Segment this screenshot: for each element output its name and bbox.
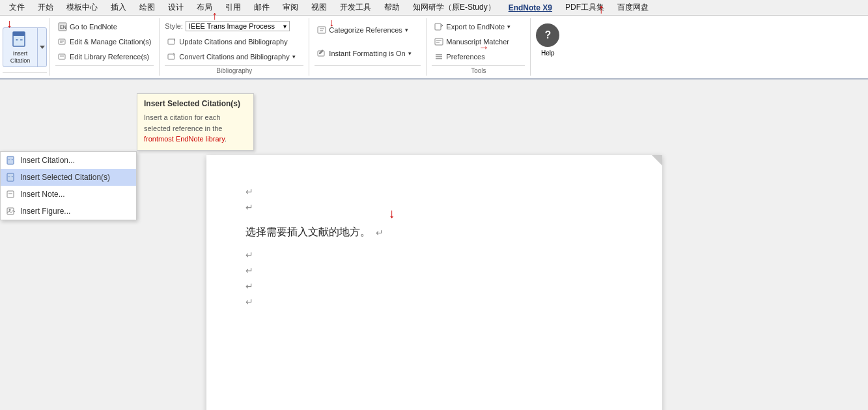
menu-design[interactable]: 设计	[164, 1, 188, 14]
arrow-document: ↓	[389, 206, 395, 221]
ribbon-group-insert: ↓ " " InsertCitation	[0, 18, 50, 76]
document-page: ↵ ↵ ↓ 选择需要插入文献的地方。 ↵ ↵ ↵	[206, 155, 662, 410]
ribbon-group-endnote-actions: EN Go to EndNote Edit & Manage Citation(…	[50, 18, 160, 76]
menu-references[interactable]: 引用	[221, 1, 245, 14]
dropdown-insert-figure-label: Insert Figure...	[20, 207, 70, 216]
categorize-group-label	[315, 65, 421, 67]
menu-draw[interactable]: 绘图	[135, 1, 159, 14]
export-icon	[434, 22, 443, 31]
dropdown-insert-figure[interactable]: Insert Figure...	[1, 203, 136, 220]
dropdown-insert-citation[interactable]: " " Insert Citation...	[1, 152, 136, 169]
categorize-icon	[317, 25, 326, 35]
paragraph-mark-1: ↵	[245, 186, 253, 197]
svg-rect-8	[59, 54, 65, 59]
convert-icon	[167, 52, 176, 61]
update-icon	[167, 37, 176, 46]
insert-citation-dropdown: ↑ " " Insert Citation... " " Insert Sele…	[0, 151, 137, 220]
ribbon-group-categorize: ↓ Categorize References ▾	[309, 18, 427, 76]
menu-view[interactable]: 视图	[307, 1, 331, 14]
export-endnote-label: Export to EndNote	[446, 23, 505, 31]
menu-home[interactable]: 开始	[34, 1, 57, 14]
help-button[interactable]: ? Help	[536, 23, 559, 57]
paragraph-mark-5: ↵	[245, 281, 253, 291]
svg-rect-27	[7, 191, 14, 198]
go-to-endnote-button[interactable]: EN Go to EndNote	[55, 21, 154, 33]
paragraph-mark-6: ↵	[245, 297, 253, 307]
preferences-label: Preferences	[446, 53, 484, 61]
insert-group-label	[3, 72, 47, 74]
edit-manage-icon	[58, 37, 67, 46]
dropdown-insert-selected[interactable]: " " Insert Selected Citation(s)	[1, 169, 136, 186]
doc-line-1: ↵	[245, 186, 623, 197]
menu-developer[interactable]: 开发工具	[336, 1, 375, 14]
bibliography-group-label: Bibliography	[165, 65, 303, 74]
menu-review[interactable]: 审阅	[279, 1, 302, 14]
paragraph-mark-text: ↵	[376, 227, 384, 238]
style-dropdown[interactable]: IEEE Trans Image Process ▾	[186, 21, 290, 31]
page-corner	[652, 155, 662, 166]
arrow-insert-citation: ↓	[7, 17, 12, 31]
tooltip-text: Insert a citation for each selected refe…	[144, 112, 247, 145]
doc-main-line: ↓ 选择需要插入文献的地方。 ↵	[245, 226, 623, 239]
insert-citation-label: InsertCitation	[10, 50, 31, 65]
categorize-label: Categorize References	[329, 26, 402, 34]
menu-endnote[interactable]: EndNote X9	[505, 2, 556, 14]
menu-help[interactable]: 帮助	[380, 1, 404, 14]
convert-dropdown-arrow: ▾	[292, 53, 296, 60]
instant-formatting-button[interactable]: Instant Formatting is On ▾	[315, 48, 421, 59]
tooltip-insert-selected: Insert Selected Citation(s) Insert a cit…	[137, 93, 254, 151]
dropdown-insert-citation-label: Insert Citation...	[20, 156, 75, 165]
ribbon: ↓ " " InsertCitation	[0, 16, 868, 80]
export-arrow: ▾	[507, 23, 511, 30]
doc-line-5: ↵	[245, 281, 623, 291]
doc-line-6: ↵	[245, 297, 623, 307]
paragraph-mark-2: ↵	[245, 202, 253, 212]
doc-text: 选择需要插入文献的地方。	[245, 226, 371, 239]
preferences-icon	[434, 52, 443, 61]
app-window: 文件 开始 模板中心 插入 绘图 设计 布局 引用 邮件 审阅 视图 开发工具 …	[0, 0, 868, 410]
insert-citation-button[interactable]: " " InsertCitation	[3, 27, 47, 68]
insert-citation-dropdown-arrow[interactable]	[37, 28, 46, 67]
menu-insert[interactable]: 插入	[107, 1, 130, 14]
update-citations-button[interactable]: Update Citations and Bibliography	[165, 36, 303, 48]
svg-text:"  ": " "	[8, 175, 13, 180]
menu-mail[interactable]: 邮件	[250, 1, 273, 14]
endnote-actions-group-label	[55, 65, 154, 67]
ribbon-group-bibliography: ↑ Style: IEEE Trans Image Process ▾	[160, 18, 309, 76]
convert-citations-label: Convert Citations and Bibliography	[179, 53, 289, 61]
edit-library-label: Edit Library Reference(s)	[70, 53, 149, 61]
svg-rect-16	[435, 23, 441, 30]
style-dropdown-arrow: ▾	[283, 23, 287, 30]
ribbon-content: ↓ " " InsertCitation	[0, 16, 868, 78]
edit-library-button[interactable]: Edit Library Reference(s)	[55, 51, 154, 63]
help-label: Help	[541, 50, 555, 57]
annotation-arrow-endnote: ↑	[598, 1, 604, 16]
svg-text:"  ": " "	[16, 38, 23, 44]
convert-citations-button[interactable]: Convert Citations and Bibliography ▾	[165, 51, 303, 63]
svg-rect-5	[59, 39, 65, 44]
citation-icon: " "	[10, 31, 30, 50]
menu-zhiwang[interactable]: 知网研学（原E-Study）	[409, 1, 499, 14]
edit-library-icon	[58, 52, 67, 61]
svg-rect-17	[435, 38, 443, 45]
doc-line-3: ↵	[245, 250, 623, 260]
edit-manage-button[interactable]: Edit & Manage Citation(s)	[55, 36, 154, 48]
edit-manage-label: Edit & Manage Citation(s)	[70, 38, 151, 46]
instant-formatting-icon	[317, 49, 326, 58]
svg-point-30	[9, 209, 11, 211]
manuscript-icon	[434, 37, 443, 46]
endnote-icon: EN	[58, 22, 67, 31]
style-value: IEEE Trans Image Process	[189, 22, 275, 30]
insert-citation-main[interactable]: " " InsertCitation	[3, 28, 37, 67]
export-endnote-button[interactable]: Export to EndNote ▾	[432, 21, 525, 33]
menu-file[interactable]: 文件	[5, 1, 29, 14]
dropdown-insert-note[interactable]: Insert Note...	[1, 186, 136, 203]
update-citations-label: Update Citations and Bibliography	[179, 38, 287, 46]
instant-formatting-label: Instant Formatting is On	[329, 50, 405, 57]
svg-rect-1	[13, 32, 25, 36]
menu-template[interactable]: 模板中心	[63, 1, 102, 14]
paragraph-mark-3: ↵	[245, 250, 253, 260]
tools-group-label: Tools	[432, 65, 525, 74]
menu-baidu[interactable]: 百度网盘	[613, 1, 652, 14]
paragraph-mark-4: ↵	[245, 265, 253, 276]
